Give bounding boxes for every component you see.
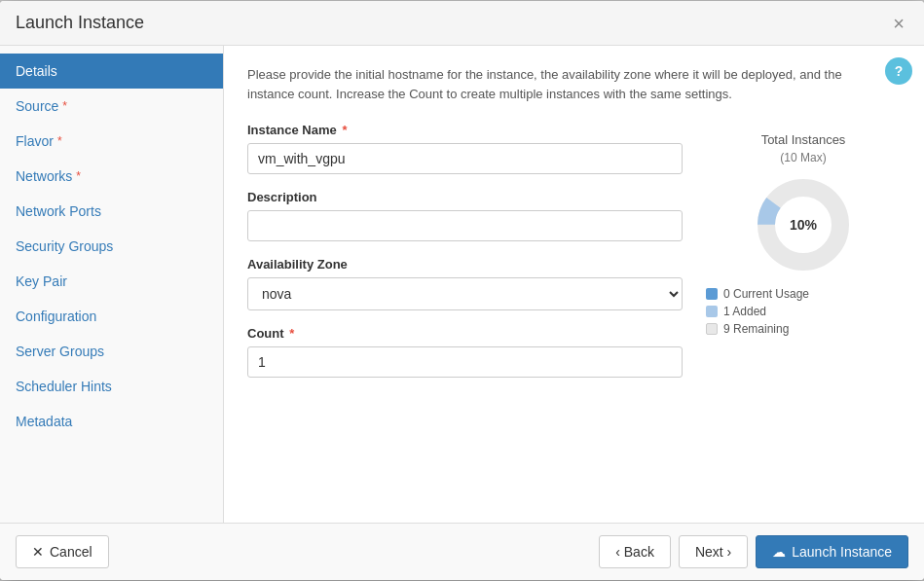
legend-item-added: 1 Added bbox=[706, 305, 901, 318]
availability-zone-group: Availability Zone nova bbox=[247, 257, 683, 310]
sidebar-item-details[interactable]: Details bbox=[0, 54, 223, 89]
sidebar-item-label: Security Groups bbox=[16, 238, 113, 254]
required-star: * bbox=[339, 123, 348, 137]
launch-label: Launch Instance bbox=[792, 544, 892, 560]
instance-name-label: Instance Name * bbox=[247, 123, 683, 137]
launch-icon: ☁ bbox=[772, 544, 786, 560]
legend-dot-current bbox=[706, 288, 718, 300]
legend-dot-added bbox=[706, 306, 718, 317]
close-button[interactable]: × bbox=[889, 14, 908, 33]
legend-dot-remaining bbox=[706, 323, 718, 335]
next-label: Next › bbox=[695, 544, 731, 560]
modal-body: Details Source * Flavor * Networks * Net… bbox=[0, 46, 924, 523]
back-label: ‹ Back bbox=[615, 544, 654, 560]
footer-left: ✕ Cancel bbox=[16, 535, 109, 568]
donut-label: 10% bbox=[790, 217, 817, 233]
form-fields: Instance Name * Description Availability… bbox=[247, 123, 683, 393]
sidebar-item-label: Networks bbox=[16, 168, 72, 184]
availability-zone-label: Availability Zone bbox=[247, 257, 683, 272]
sidebar-item-label: Flavor bbox=[16, 133, 54, 149]
form-section: Instance Name * Description Availability… bbox=[247, 123, 901, 393]
launch-instance-modal: Launch Instance × Details Source * Flavo… bbox=[0, 1, 924, 580]
footer-right: ‹ Back Next › ☁ Launch Instance bbox=[599, 535, 908, 568]
back-button[interactable]: ‹ Back bbox=[599, 535, 671, 568]
cancel-label: Cancel bbox=[50, 544, 92, 560]
description-input[interactable] bbox=[247, 210, 683, 241]
sidebar: Details Source * Flavor * Networks * Net… bbox=[0, 46, 224, 523]
sidebar-item-label: Network Ports bbox=[16, 203, 101, 219]
cancel-icon: ✕ bbox=[32, 544, 44, 560]
chart-subtitle: (10 Max) bbox=[780, 151, 826, 164]
count-label: Count * bbox=[247, 326, 683, 341]
required-indicator: * bbox=[62, 99, 67, 113]
donut-chart: 10% bbox=[755, 176, 852, 273]
instance-name-group: Instance Name * bbox=[247, 123, 683, 174]
legend-label-added: 1 Added bbox=[723, 305, 766, 318]
sidebar-item-server-groups[interactable]: Server Groups bbox=[0, 334, 223, 369]
sidebar-item-networks[interactable]: Networks * bbox=[0, 159, 223, 194]
required-star: * bbox=[286, 326, 295, 341]
chart-section: Total Instances (10 Max) bbox=[706, 123, 901, 340]
sidebar-item-security-groups[interactable]: Security Groups bbox=[0, 229, 223, 264]
sidebar-item-label: Key Pair bbox=[16, 273, 67, 289]
legend-item-remaining: 9 Remaining bbox=[706, 322, 901, 336]
content-area: ? Please provide the initial hostname fo… bbox=[224, 46, 924, 523]
sidebar-item-label: Server Groups bbox=[16, 344, 104, 359]
chart-title: Total Instances bbox=[761, 132, 846, 147]
sidebar-item-network-ports[interactable]: Network Ports bbox=[0, 194, 223, 229]
description-label: Description bbox=[247, 190, 683, 204]
availability-zone-select[interactable]: nova bbox=[247, 277, 683, 310]
description-group: Description bbox=[247, 190, 683, 241]
sidebar-item-label: Source bbox=[16, 98, 58, 114]
launch-instance-button[interactable]: ☁ Launch Instance bbox=[756, 535, 908, 568]
sidebar-item-label: Details bbox=[16, 63, 57, 79]
cancel-button[interactable]: ✕ Cancel bbox=[16, 535, 109, 568]
legend-item-current: 0 Current Usage bbox=[706, 287, 901, 301]
sidebar-item-label: Scheduler Hints bbox=[16, 379, 112, 394]
help-button[interactable]: ? bbox=[885, 57, 912, 85]
required-indicator: * bbox=[76, 169, 81, 183]
description-text: Please provide the initial hostname for … bbox=[247, 65, 890, 103]
modal-header: Launch Instance × bbox=[0, 1, 924, 46]
sidebar-item-metadata[interactable]: Metadata bbox=[0, 404, 223, 439]
modal-title: Launch Instance bbox=[16, 13, 144, 33]
sidebar-item-configuration[interactable]: Configuration bbox=[0, 299, 223, 334]
instance-name-input[interactable] bbox=[247, 143, 683, 174]
next-button[interactable]: Next › bbox=[679, 535, 748, 568]
modal-footer: ✕ Cancel ‹ Back Next › ☁ Launch Instance bbox=[0, 523, 924, 580]
sidebar-item-scheduler-hints[interactable]: Scheduler Hints bbox=[0, 369, 223, 404]
legend-label-remaining: 9 Remaining bbox=[723, 322, 789, 336]
sidebar-item-source[interactable]: Source * bbox=[0, 89, 223, 124]
count-input[interactable] bbox=[247, 346, 683, 378]
sidebar-item-flavor[interactable]: Flavor * bbox=[0, 124, 223, 159]
required-indicator: * bbox=[57, 134, 62, 148]
sidebar-item-key-pair[interactable]: Key Pair bbox=[0, 264, 223, 299]
sidebar-item-label: Metadata bbox=[16, 414, 72, 429]
chart-legend: 0 Current Usage 1 Added 9 Remaining bbox=[706, 287, 901, 340]
legend-label-current: 0 Current Usage bbox=[723, 287, 809, 301]
count-group: Count * bbox=[247, 326, 683, 378]
sidebar-item-label: Configuration bbox=[16, 309, 96, 324]
